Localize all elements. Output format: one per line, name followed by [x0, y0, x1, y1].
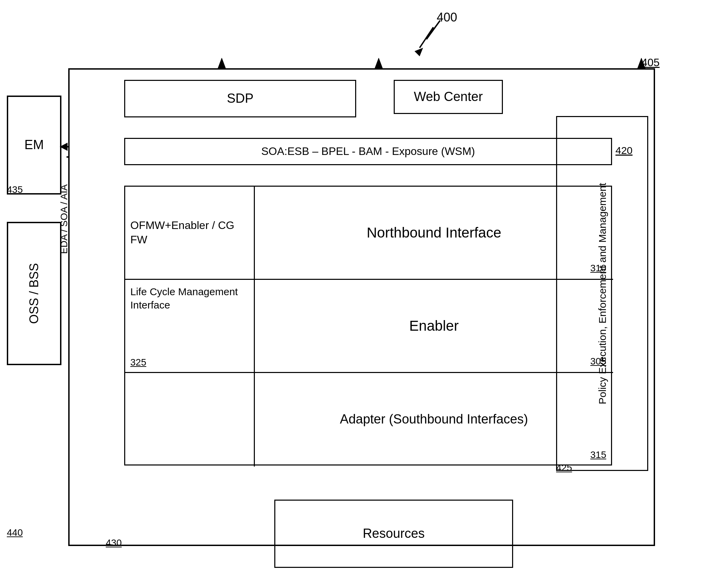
lifecycle-cell: Life Cycle Management Interface 325: [125, 280, 254, 373]
resources-label: Resources: [363, 525, 425, 542]
svg-line-1: [426, 27, 433, 39]
inner-main-box: OFMW+Enabler / CG FW Life Cycle Manageme…: [124, 186, 612, 465]
em-box: EM: [7, 96, 61, 195]
ref-425-label: 425: [556, 462, 572, 473]
ref-400-label: 400: [437, 10, 457, 25]
ref-430-label: 430: [106, 537, 122, 548]
webcenter-box: Web Center: [394, 80, 503, 114]
lifecycle-label: Life Cycle Management Interface: [130, 285, 249, 312]
svg-line-0: [420, 27, 433, 48]
policy-box: Policy Execution, Enforcement and Manage…: [556, 116, 648, 471]
ref-440-label: 440: [7, 527, 23, 538]
sdp-label: SDP: [227, 90, 253, 107]
ofmw-bottom-cell: [125, 373, 254, 465]
webcenter-label: Web Center: [414, 88, 483, 105]
ofmw-label: OFMW+Enabler / CG FW: [130, 218, 249, 247]
diagram-container: 400 405 SDP Web Center SOA:ESB – BPEL - …: [0, 0, 726, 588]
adapter-label: Adapter (Southbound Interfaces): [340, 411, 528, 428]
ofmw-top-cell: OFMW+Enabler / CG FW: [125, 187, 254, 280]
svg-marker-3: [415, 48, 423, 56]
ref-435-label: 435: [7, 184, 23, 195]
soa-row: SOA:ESB – BPEL - BAM - Exposure (WSM): [124, 138, 612, 165]
ref-405-label: 405: [641, 56, 659, 69]
em-label: EM: [25, 137, 44, 153]
northbound-label: Northbound Interface: [367, 224, 502, 242]
soa-label: SOA:ESB – BPEL - BAM - Exposure (WSM): [261, 144, 475, 159]
ref-325-label: 325: [130, 357, 146, 368]
resources-box: Resources 320: [274, 500, 513, 568]
ofmw-column: OFMW+Enabler / CG FW Life Cycle Manageme…: [125, 187, 255, 467]
policy-label: Policy Execution, Enforcement and Manage…: [595, 183, 610, 404]
sdp-box: SDP: [124, 80, 356, 117]
enabler-label: Enabler: [409, 317, 459, 335]
oss-label: OSS / BSS: [26, 263, 42, 324]
oss-box: OSS / BSS: [7, 222, 61, 365]
